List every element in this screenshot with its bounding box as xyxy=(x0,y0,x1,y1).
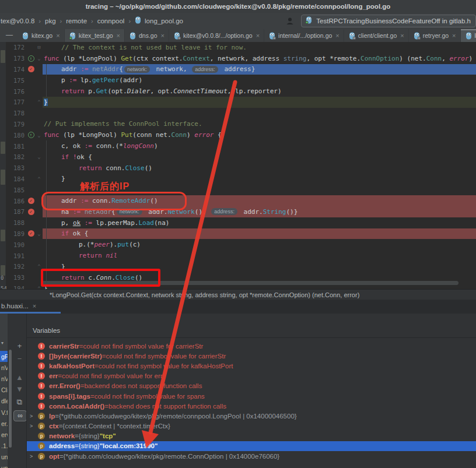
fold-marker[interactable]: ⊟ xyxy=(36,44,43,50)
breakpoint-icon[interactable]: ✓ xyxy=(28,209,34,215)
editor-tab[interactable]: kitex@v0.0.8/.../option.go× xyxy=(169,29,264,42)
line-number[interactable]: 189 xyxy=(6,230,26,237)
variable-row[interactable]: >plp = {*github.com/cloudwego/kitex/pkg/… xyxy=(27,411,476,421)
editor-tab[interactable]: retryer.go× xyxy=(409,29,461,42)
breadcrumb-item[interactable]: connpool xyxy=(97,17,125,24)
duplicate-icon[interactable]: ⧉ xyxy=(13,397,26,407)
line-number[interactable]: 172 xyxy=(6,44,26,51)
horizontal-scrollbar[interactable] xyxy=(41,281,459,285)
fold-marker[interactable]: ⌃ xyxy=(36,263,43,269)
editor-tab[interactable]: internal/.../option.go× xyxy=(264,29,344,42)
close-tab-icon[interactable]: × xyxy=(117,32,120,39)
breakpoint-icon[interactable]: ✓ xyxy=(28,198,34,204)
breadcrumb-item[interactable]: long_pool.go xyxy=(144,17,184,24)
line-number[interactable]: 175 xyxy=(6,77,26,84)
editor-tab[interactable]: kitex_test.go× xyxy=(65,29,125,42)
line-number[interactable]: 178 xyxy=(6,110,26,117)
line-number[interactable]: 182 xyxy=(6,153,26,160)
close-icon[interactable]: × xyxy=(33,302,36,309)
fold-marker[interactable]: ⌄ xyxy=(36,55,43,61)
frame-item[interactable]: unc xyxy=(0,452,8,463)
close-tab-icon[interactable]: × xyxy=(400,32,404,39)
fold-marker[interactable]: ⌃ xyxy=(36,99,43,105)
code-token xyxy=(88,65,92,73)
remove-watch-icon[interactable]: − xyxy=(13,354,26,363)
editor-tab[interactable]: kitex.go× xyxy=(18,29,65,42)
variable-row[interactable]: ![]byte(carrierStr) = could not find sym… xyxy=(27,351,476,361)
line-number[interactable]: 177 xyxy=(6,98,26,105)
breadcrumb-item[interactable]: remote xyxy=(65,17,88,24)
breakpoint-icon[interactable]: ✓ xyxy=(28,66,34,72)
frame-item[interactable]: .1.1 xyxy=(0,441,8,452)
run-configuration-selector[interactable]: TestRPCTracingBusinessCodeFeatureOff in … xyxy=(301,15,476,27)
show-watches-icon[interactable]: ∞ xyxy=(13,410,27,421)
line-number[interactable]: 187 xyxy=(6,208,26,215)
frame-item[interactable]: gP xyxy=(0,351,8,362)
variable-row[interactable]: paddress = {string} "local.com:31990" xyxy=(27,441,476,451)
breadcrumb-item[interactable]: pkg xyxy=(44,17,57,24)
editor-tab[interactable]: client/client.go× xyxy=(344,29,409,42)
frame-item[interactable]: er.f xyxy=(0,418,8,429)
line-number[interactable]: 190 xyxy=(6,241,26,248)
expand-chevron-icon[interactable]: > xyxy=(30,423,38,429)
line-number[interactable]: 179 xyxy=(6,121,26,128)
variable-row[interactable]: !conn.LocalAddr() = backend does not sup… xyxy=(27,401,476,411)
implements-icon[interactable]: ↑ xyxy=(28,55,34,62)
line-number[interactable]: 192 xyxy=(6,263,26,270)
line-number[interactable]: 180 xyxy=(6,132,26,139)
hide-tab-icon[interactable]: — xyxy=(0,31,18,40)
close-tab-icon[interactable]: × xyxy=(256,32,260,39)
line-number[interactable]: 173 xyxy=(6,55,26,62)
frame-item[interactable]: nV xyxy=(0,362,8,373)
code-line: 191return nil xyxy=(6,250,476,261)
editor-tab[interactable]: dns.go× xyxy=(125,29,169,42)
frames-scrollbar[interactable] xyxy=(9,350,12,448)
fold-marker[interactable]: ⌄ xyxy=(36,154,43,160)
line-number[interactable]: 174 xyxy=(6,66,26,73)
line-number[interactable]: 183 xyxy=(6,164,26,171)
fold-marker[interactable]: ⌃ xyxy=(36,176,43,182)
close-tab-icon[interactable]: × xyxy=(161,32,164,39)
line-number[interactable]: 186 xyxy=(6,198,26,205)
fold-marker[interactable]: ⌄ xyxy=(36,231,43,237)
move-down-icon[interactable]: ▼ xyxy=(13,385,26,393)
variable-row[interactable]: >pctx = {context.Context | *context.time… xyxy=(27,421,476,431)
user-icon[interactable] xyxy=(286,17,295,25)
chevron-down-icon[interactable]: ▾ xyxy=(1,340,4,346)
close-tab-icon[interactable]: × xyxy=(56,32,60,39)
expand-chevron-icon[interactable]: > xyxy=(30,413,38,419)
frame-item[interactable]: Clie xyxy=(0,385,8,396)
line-number[interactable]: 184 xyxy=(6,175,26,182)
frame-item[interactable]: unc xyxy=(0,463,8,468)
variable-row[interactable]: !err.Error() = backend does not support … xyxy=(27,381,476,391)
breakpoint-icon[interactable]: ✓ xyxy=(28,230,34,237)
close-tab-icon[interactable]: × xyxy=(452,32,456,39)
expand-chevron-icon[interactable]: > xyxy=(30,453,38,459)
line-number[interactable]: 188 xyxy=(6,219,26,226)
line-number[interactable]: 193 xyxy=(6,274,26,281)
line-number[interactable]: 185 xyxy=(6,187,26,193)
close-tab-icon[interactable]: × xyxy=(335,32,339,39)
move-up-icon[interactable]: ▲ xyxy=(13,373,26,382)
debugger-tab[interactable]: b.huaxi... × xyxy=(0,300,42,312)
editor-tab[interactable]: long_pool.go× xyxy=(461,29,476,42)
code-token: Dialer xyxy=(127,87,150,95)
line-number[interactable]: 181 xyxy=(6,143,26,150)
implements-icon[interactable]: ↑ xyxy=(28,132,34,138)
variable-row[interactable]: !carrierStr = could not find symbol valu… xyxy=(27,341,476,351)
frame-item[interactable]: dlel xyxy=(0,396,8,407)
frame-item[interactable]: nV xyxy=(0,373,8,384)
variable-row[interactable]: !spans[i].tags = could not find symbol v… xyxy=(27,391,476,401)
line-number[interactable]: 194 xyxy=(6,285,26,289)
frame-item[interactable]: erv xyxy=(0,429,8,440)
breadcrumb-item[interactable]: tex@v0.0.8 xyxy=(0,17,35,24)
variable-row[interactable]: pnetwork = {string} "tcp" xyxy=(27,431,476,441)
add-watch-icon[interactable]: + xyxy=(13,342,26,350)
frame-item[interactable]: V.fu xyxy=(0,407,8,418)
variable-row[interactable]: >popt = {*github.com/cloudwego/kitex/pkg… xyxy=(27,451,476,461)
variable-row[interactable]: !kafkaHostPort = could not find symbol v… xyxy=(27,361,476,371)
line-number[interactable]: 176 xyxy=(6,88,26,95)
variable-row[interactable]: !err = could not find symbol value for e… xyxy=(27,371,476,381)
fold-marker[interactable]: ⌄ xyxy=(36,132,43,138)
line-number[interactable]: 191 xyxy=(6,252,26,259)
